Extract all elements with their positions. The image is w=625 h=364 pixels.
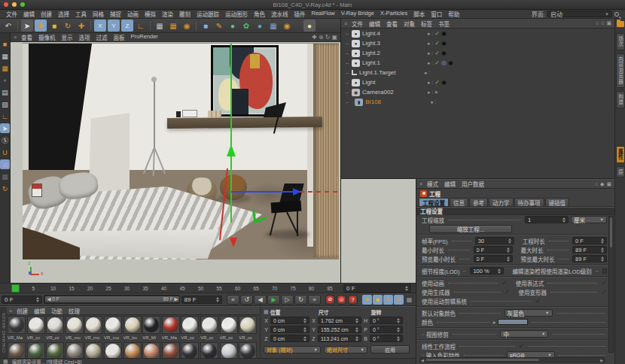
am-search-icon[interactable]: ○ (595, 181, 598, 187)
checkbox-checked[interactable]: ✓ (505, 288, 511, 296)
viewport-menu-4[interactable]: 过滤 (93, 33, 111, 41)
timeline-ruler[interactable]: 0 F 510152025303540455055606570758085 (0, 283, 416, 293)
viewport-canvas[interactable]: z x (11, 42, 340, 283)
om-menu-0[interactable]: 文件 (349, 20, 366, 28)
coordinate-field[interactable]: 155.252 cm (318, 326, 361, 333)
coordinate-field[interactable]: 0 cm (270, 335, 309, 342)
attr-tab-5[interactable]: 键插值 (545, 198, 570, 206)
om-home-icon[interactable]: ⌂ (601, 20, 604, 26)
am-menu-2[interactable]: 用户数据 (459, 180, 487, 188)
axis-mode-icon[interactable]: ∟ (0, 111, 10, 121)
enabled-check-icon[interactable]: ✓ (434, 79, 440, 86)
light-tag-icon[interactable]: ◉ (441, 79, 447, 86)
material-name[interactable]: VR_cc (46, 335, 64, 341)
tab-layers[interactable]: 层 (616, 166, 625, 178)
viewport-menu-1[interactable]: 摄像机 (35, 33, 59, 41)
menu-item-10[interactable]: 雕刻 (176, 10, 194, 18)
material-thumbnail[interactable] (239, 316, 257, 334)
color-swatch[interactable] (498, 319, 528, 325)
menu-item-6[interactable]: 捕捉 (107, 10, 124, 18)
material-thumbnail[interactable] (162, 316, 180, 334)
default-color-dropdown[interactable]: 灰蓝色▼ (505, 309, 553, 317)
value-field[interactable]: 89 F (572, 255, 607, 262)
material-name[interactable]: VR_Ma (8, 335, 26, 341)
object-row[interactable]: ‒●Light.1●:✓◎◉ (341, 58, 614, 68)
material-name[interactable]: VR_Ma (162, 335, 180, 341)
clone-array-icon[interactable]: ▦ (267, 20, 279, 32)
menu-item-9[interactable]: 渲染 (159, 10, 176, 18)
material-name[interactable]: VR_mu (104, 335, 122, 341)
menu-item-11[interactable]: 运动跟踪 (194, 10, 222, 18)
edges-mode-icon[interactable]: ▤ (0, 87, 10, 97)
camera-render-view[interactable] (23, 43, 339, 259)
material-name[interactable]: VR_Mi (142, 335, 160, 341)
enable-toggle-icon[interactable]: : (431, 41, 433, 46)
loop-button[interactable]: ↺ (240, 295, 253, 305)
linear-workflow-checkbox[interactable]: ✓ (519, 342, 525, 350)
value-field[interactable]: 30 (475, 237, 514, 244)
viewport-menu-3[interactable]: 选项 (76, 33, 93, 41)
render-settings-icon[interactable]: ◉ (181, 20, 193, 32)
move-icon[interactable]: ✚ (35, 20, 47, 32)
z-axis-lock-icon[interactable]: Z (121, 20, 133, 32)
global-axes-icon[interactable]: ✚ (75, 20, 87, 32)
uv-mode-icon[interactable]: ▦ (0, 63, 10, 73)
light-tag-icon[interactable]: ◉ (441, 50, 447, 56)
timeline-playhead[interactable] (11, 284, 20, 293)
light-tag-icon[interactable]: ◉ (441, 40, 447, 47)
axis-gizmo-x[interactable] (231, 191, 294, 193)
enable-toggle-icon[interactable]: : (431, 60, 433, 65)
rotate-icon[interactable]: ↻ (62, 20, 74, 32)
coordinate-field[interactable]: 0 ° (370, 317, 403, 324)
folder-icon[interactable] (617, 21, 624, 27)
coordinate-field[interactable]: 0 cm (270, 326, 309, 333)
menu-item-19[interactable]: 脚本 (410, 10, 428, 18)
coordinate-field[interactable]: 0 ° (370, 326, 403, 333)
menu-item-13[interactable]: 角色 (251, 10, 268, 18)
object-row[interactable]: ‒◉Camera002●:× (341, 87, 614, 97)
value-field[interactable]: 0 F (474, 255, 513, 262)
scale-project-button[interactable]: 缩放工程... (429, 225, 512, 233)
object-row[interactable]: ‒●Light.3●:✓◉ (341, 38, 614, 48)
next-frame-button[interactable]: ▷ (281, 295, 294, 305)
keyframe-selection-button[interactable]: ? (348, 295, 358, 305)
coordinate-field[interactable]: 1.762 cm (318, 317, 361, 324)
maximize-view-icon[interactable]: ▣ (331, 34, 337, 41)
zoom-icon[interactable]: ⊕ (319, 34, 324, 41)
viewport-menu-5[interactable]: 面板 (111, 33, 128, 41)
material-thumbnail[interactable] (142, 342, 160, 358)
material-thumbnail[interactable] (66, 342, 84, 358)
primitive-cube-icon[interactable]: ■ (200, 20, 212, 32)
object-row[interactable]: ‒Light.1.Target●: (341, 68, 614, 77)
enable-toggle-icon[interactable]: : (431, 31, 433, 36)
enable-toggle-icon[interactable]: : (431, 80, 433, 85)
material-thumbnail[interactable] (84, 316, 102, 334)
autokey-button[interactable]: ◎ (337, 295, 346, 305)
visibility-toggle-icon[interactable]: ● (427, 41, 430, 46)
key-scale-toggle[interactable]: ■ (373, 295, 383, 305)
coordinate-field[interactable]: 0 cm (270, 317, 309, 324)
visibility-toggle-icon[interactable]: ● (427, 80, 430, 85)
menu-item-21[interactable]: 帮助 (445, 10, 462, 18)
attr-tab-0[interactable]: 工程设置 (419, 198, 449, 206)
menu-item-20[interactable]: 窗口 (428, 10, 445, 18)
menu-item-8[interactable]: 模拟 (142, 10, 159, 18)
deformer-icon[interactable]: ✿ (240, 20, 252, 32)
material-thumbnail[interactable] (46, 342, 64, 358)
enabled-check-icon[interactable]: ✓ (434, 50, 440, 56)
am-lock-icon[interactable]: ◆ (600, 181, 604, 187)
viewport-menu-0[interactable]: 查看 (18, 33, 35, 41)
am-menu-1[interactable]: 编辑 (441, 180, 459, 188)
checkbox-checked[interactable]: ✓ (601, 288, 607, 296)
menu-item-15[interactable]: 插件 (291, 10, 309, 18)
om-panel-icon[interactable]: ▣ (606, 20, 611, 26)
om-menu-3[interactable]: 对象 (401, 20, 418, 28)
attr-tab-1[interactable]: 信息 (450, 198, 468, 206)
view-clipping-dropdown[interactable]: 中▼ (500, 330, 548, 338)
material-thumbnail[interactable] (8, 316, 26, 334)
goto-end-button[interactable]: » (308, 295, 321, 305)
menu-item-12[interactable]: 运动图形 (222, 10, 251, 18)
magnet-snap-icon[interactable]: U (0, 147, 10, 157)
checkbox-checked[interactable]: ✓ (535, 297, 541, 305)
om-menu-2[interactable]: 查看 (383, 20, 401, 28)
